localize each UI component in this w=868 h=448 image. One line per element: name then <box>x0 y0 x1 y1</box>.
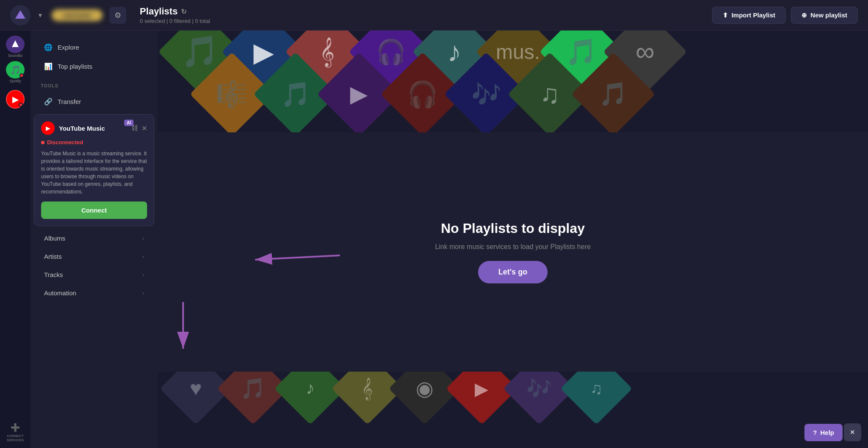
tools-section-label: Tools <box>31 76 158 92</box>
chart-icon: 📊 <box>44 62 53 70</box>
sidebar-item-explore[interactable]: 🌐 Explore <box>34 38 154 56</box>
diamond-grid-bottom: ♥ 🎵 ♪ 𝄞 ◉ ▶ 🎶 <box>158 372 868 448</box>
refresh-icon[interactable]: ↻ <box>181 8 186 16</box>
topbar: ▼ username ⚙ Playlists ↻ 0 selected | 0 … <box>0 0 868 31</box>
transfer-icon: 🔗 <box>44 98 53 106</box>
top-banner-collage: 🎵 ▶ 𝄞 🎧 ♪ mus. 🎵 <box>158 31 868 132</box>
empty-title: No Playlists to display <box>441 221 585 236</box>
dropdown-arrow: ▼ <box>37 12 43 19</box>
question-icon: ? <box>813 429 817 436</box>
sidebar-item-transfer[interactable]: 🔗 Transfer <box>34 92 154 111</box>
sidebar-item-tracks[interactable]: Tracks › <box>34 266 154 283</box>
youtube-music-popup-card: AI ▶ YouTube Music ⛓ ✕ Disconnected YouT… <box>34 114 154 226</box>
spotify-icon-item[interactable]: 🎵 Spotify <box>4 61 26 83</box>
spotify-label: Spotify <box>9 79 21 83</box>
btile-3: ♪ <box>274 372 346 425</box>
btile-8: ♫ <box>560 372 632 425</box>
app-logo[interactable] <box>10 5 31 25</box>
btile-4: 𝄞 <box>331 372 403 425</box>
btile-5: ◉ <box>389 372 461 425</box>
yt-popup-title: YouTube Music <box>59 125 127 132</box>
new-playlist-button[interactable]: ⊕ New playlist <box>791 7 858 24</box>
youtube-music-logo: ▶ <box>41 121 55 135</box>
chevron-right-icon: › <box>142 253 144 260</box>
soundliz-icon-item[interactable]: Soundliz <box>4 36 26 58</box>
ytmusic-circle-icon: ▶ <box>6 90 25 109</box>
page-header: Playlists ↻ 0 selected | 0 filtered | 0 … <box>133 6 705 24</box>
ytmusic-icon-item[interactable]: ▶ <box>4 88 26 110</box>
empty-state: No Playlists to display Link more music … <box>158 132 868 372</box>
settings-button[interactable]: ⚙ <box>109 7 126 24</box>
yt-description: YouTube Music is a music streaming servi… <box>41 150 147 196</box>
spotify-icon: 🎵 <box>6 61 25 78</box>
topbar-actions: ⬆ Import Playlist ⊕ New playlist <box>712 7 858 24</box>
lets-go-button[interactable]: Let's go <box>478 261 548 283</box>
main-layout: Soundliz 🎵 Spotify ▶ ➕ CONNECTSERVICES 🌐… <box>0 31 868 448</box>
connect-services-button[interactable]: ➕ CONNECTSERVICES <box>0 417 31 448</box>
soundliz-icon <box>6 36 25 53</box>
btile-6: ▶ <box>446 372 518 425</box>
btile-7: 🎶 <box>503 372 575 425</box>
chevron-right-icon: › <box>142 272 144 278</box>
page-title: Playlists ↻ <box>140 6 705 17</box>
chevron-right-icon: › <box>142 235 144 241</box>
disconnected-status: Disconnected <box>41 139 147 146</box>
bottom-banner-collage: ♥ 🎵 ♪ 𝄞 ◉ ▶ 🎶 <box>158 372 868 448</box>
help-close-button[interactable]: ✕ <box>844 423 861 441</box>
plus-icon: ⊕ <box>801 11 807 19</box>
status-dot <box>41 141 45 144</box>
connect-youtube-button[interactable]: Connect <box>41 202 147 219</box>
btile-1: ♥ <box>160 372 232 425</box>
help-button[interactable]: ? Help <box>804 424 843 441</box>
nav-sidebar: 🌐 Explore 📊 Top playlists Tools 🔗 Transf… <box>31 31 158 448</box>
globe-icon: 🌐 <box>44 43 53 51</box>
diamond-grid-top: 🎵 ▶ 𝄞 🎧 ♪ mus. 🎵 <box>158 31 868 132</box>
ai-badge: AI <box>124 120 134 126</box>
empty-subtitle: Link more music services to load your Pl… <box>435 243 590 251</box>
user-account-pill[interactable]: username <box>52 9 103 21</box>
sidebar-item-artists[interactable]: Artists › <box>34 248 154 265</box>
soundliz-label: Soundliz <box>8 54 23 58</box>
upload-icon: ⬆ <box>723 11 728 19</box>
main-content: 🎵 ▶ 𝄞 🎧 ♪ mus. 🎵 <box>158 31 868 448</box>
chevron-right-icon: › <box>142 290 144 296</box>
icon-strip: Soundliz 🎵 Spotify ▶ ➕ CONNECTSERVICES <box>0 31 31 448</box>
sidebar-item-top-playlists[interactable]: 📊 Top playlists <box>34 57 154 76</box>
connect-services-label: CONNECTSERVICES <box>7 434 24 442</box>
import-playlist-button[interactable]: ⬆ Import Playlist <box>712 7 786 24</box>
sidebar-item-automation[interactable]: Automation › <box>34 284 154 302</box>
btile-2: 🎵 <box>217 372 289 425</box>
close-icon[interactable]: ✕ <box>142 124 147 132</box>
yt-popup-icons: ⛓ ✕ <box>131 124 147 132</box>
page-subtitle: 0 selected | 0 filtered | 0 total <box>140 18 705 24</box>
sidebar-item-albums[interactable]: Albums › <box>34 230 154 247</box>
